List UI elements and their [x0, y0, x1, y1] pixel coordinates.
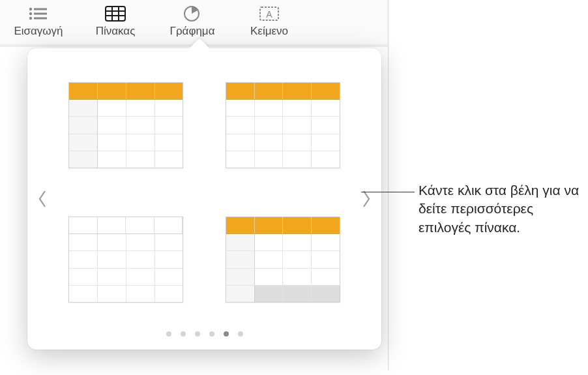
svg-rect-3 — [34, 13, 47, 15]
page-dot[interactable] — [195, 331, 200, 337]
table-styles-popover — [27, 48, 381, 350]
page-dot[interactable] — [238, 331, 243, 337]
svg-point-4 — [29, 17, 32, 20]
toolbar-insert[interactable]: Εισαγωγή — [0, 4, 77, 38]
thumb-header — [226, 83, 340, 100]
page-dot[interactable] — [181, 331, 186, 337]
svg-point-0 — [29, 8, 32, 10]
toolbar-table[interactable]: Πίνακας — [77, 4, 154, 38]
table-thumbnails-grid — [57, 48, 351, 350]
svg-rect-1 — [34, 8, 47, 10]
toolbar-label: Γράφημα — [170, 25, 215, 38]
page-dot[interactable] — [209, 331, 214, 337]
table-style-thumb[interactable] — [226, 82, 340, 168]
next-arrow[interactable] — [351, 48, 381, 350]
thumb-header — [226, 217, 340, 234]
chevron-left-icon — [37, 189, 48, 209]
thumb-header — [69, 83, 183, 100]
toolbar-text[interactable]: A Κείμενο — [231, 4, 308, 38]
svg-rect-6 — [106, 7, 125, 21]
text-icon: A — [257, 4, 282, 23]
svg-rect-5 — [34, 18, 47, 20]
toolbar-label: Πίνακας — [96, 25, 136, 38]
callout-text: Κάντε κλικ στα βέλη για να δείτε περισσό… — [419, 181, 581, 237]
svg-point-2 — [29, 12, 32, 15]
page-dot[interactable] — [224, 331, 229, 337]
toolbar-label: Εισαγωγή — [14, 25, 63, 38]
table-style-thumb[interactable] — [226, 217, 340, 303]
table-style-thumb[interactable] — [68, 217, 183, 303]
callout-leader-line — [361, 192, 415, 192]
page-dot[interactable] — [166, 331, 171, 337]
prev-arrow[interactable] — [27, 48, 57, 350]
chart-icon — [180, 4, 205, 23]
table-icon — [103, 4, 128, 23]
toolbar: Εισαγωγή Πίνακας Γράφημα A Κείμενο — [0, 0, 389, 44]
toolbar-chart[interactable]: Γράφημα — [154, 4, 231, 38]
page-dots — [27, 331, 381, 337]
svg-text:A: A — [266, 9, 272, 20]
list-icon — [26, 4, 51, 23]
thumb-header — [69, 217, 183, 234]
table-style-thumb[interactable] — [68, 82, 183, 168]
toolbar-label: Κείμενο — [250, 25, 288, 38]
